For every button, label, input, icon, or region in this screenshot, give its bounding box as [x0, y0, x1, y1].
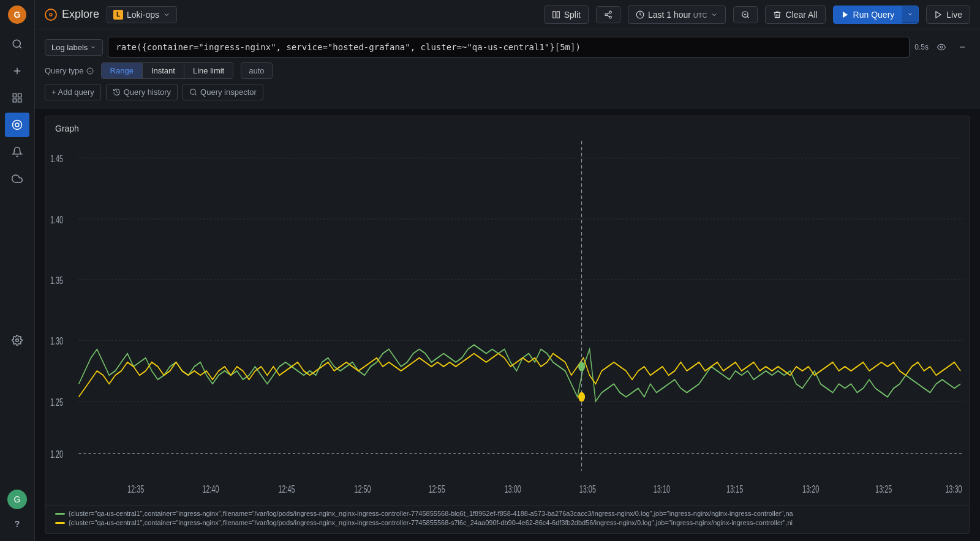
- user-avatar[interactable]: G: [7, 490, 27, 509]
- svg-point-13: [609, 11, 612, 13]
- cursor-point-yellow: [579, 393, 585, 401]
- query-timing: 0.5s: [914, 43, 929, 51]
- time-range-label: Last 1 hour UTC: [648, 10, 707, 20]
- svg-text:13:20: 13:20: [802, 484, 819, 494]
- query-type-row: Query type Range Instant Line limit auto: [45, 62, 970, 79]
- sidebar-item-explore[interactable]: [5, 113, 29, 137]
- main-content: Explore L Loki-ops Split: [35, 0, 980, 541]
- svg-text:13:00: 13:00: [505, 484, 521, 494]
- clock-icon: [636, 10, 644, 19]
- clear-all-button[interactable]: Clear All: [765, 6, 825, 24]
- svg-rect-3: [13, 94, 16, 97]
- svg-marker-18: [843, 11, 848, 18]
- sidebar-item-help[interactable]: ?: [5, 512, 29, 536]
- svg-point-9: [16, 339, 19, 342]
- query-mode-group: Range Instant Line limit: [101, 62, 234, 79]
- query-area: Log labels 0.5s: [35, 29, 980, 108]
- graph-content: .gridline { stroke: #2c2d33; stroke-widt…: [45, 133, 970, 506]
- legend-item-green: {cluster="qa-us-central1",container="ing…: [55, 510, 960, 517]
- sidebar-item-search[interactable]: [5, 32, 29, 56]
- sidebar-item-add[interactable]: [5, 59, 29, 83]
- trash-icon: [773, 10, 782, 19]
- cursor-point-green: [579, 362, 585, 371]
- topnav: Explore L Loki-ops Split: [35, 0, 980, 29]
- svg-point-20: [940, 46, 943, 48]
- svg-marker-19: [936, 11, 941, 18]
- svg-rect-5: [13, 99, 16, 102]
- svg-point-14: [605, 13, 608, 16]
- svg-point-22: [190, 89, 196, 95]
- svg-point-15: [609, 16, 612, 18]
- svg-text:1.45: 1.45: [50, 154, 63, 165]
- run-icon: [841, 10, 850, 19]
- svg-text:13:15: 13:15: [726, 484, 743, 494]
- svg-point-7: [13, 121, 22, 130]
- time-range-button[interactable]: Last 1 hour UTC: [628, 6, 726, 24]
- svg-point-10: [50, 13, 52, 16]
- svg-rect-6: [18, 99, 21, 102]
- svg-text:13:30: 13:30: [945, 484, 962, 494]
- chevron-down-icon-time: [710, 11, 718, 18]
- split-button[interactable]: Split: [544, 6, 589, 24]
- svg-rect-11: [552, 11, 555, 18]
- chevron-down-icon: [163, 11, 170, 18]
- svg-text:12:35: 12:35: [127, 484, 144, 494]
- sidebar-item-settings[interactable]: [5, 328, 29, 353]
- svg-text:1.40: 1.40: [50, 215, 63, 225]
- svg-text:13:25: 13:25: [875, 484, 892, 494]
- query-input[interactable]: [108, 37, 910, 58]
- svg-point-2: [13, 40, 20, 47]
- svg-text:12:40: 12:40: [202, 484, 219, 494]
- run-query-caret[interactable]: [902, 6, 918, 23]
- series-green: [79, 345, 961, 401]
- query-remove-button[interactable]: [954, 40, 970, 54]
- svg-text:G: G: [14, 10, 21, 20]
- datasource-picker[interactable]: L Loki-ops: [107, 6, 177, 23]
- run-query-button-group: Run Query: [833, 6, 919, 24]
- sidebar-item-alerts[interactable]: [5, 140, 29, 164]
- graph-svg: .gridline { stroke: #2c2d33; stroke-widt…: [45, 141, 970, 506]
- page-title: Explore: [45, 8, 99, 21]
- svg-text:1.25: 1.25: [50, 397, 63, 408]
- datasource-name: Loki-ops: [127, 10, 159, 20]
- caret-down-icon: [907, 11, 913, 17]
- split-icon: [552, 10, 560, 19]
- grafana-logo[interactable]: G: [7, 5, 27, 24]
- auto-badge: auto: [241, 62, 272, 79]
- minus-icon: [958, 43, 967, 51]
- run-query-button[interactable]: Run Query: [834, 6, 902, 23]
- add-query-button[interactable]: + Add query: [45, 84, 101, 100]
- query-mode-range[interactable]: Range: [102, 63, 143, 78]
- sidebar-item-dashboards[interactable]: [5, 86, 29, 110]
- live-button[interactable]: Live: [926, 6, 970, 24]
- query-type-label: Query type: [45, 66, 94, 75]
- sidebar-item-cloud[interactable]: [5, 166, 29, 191]
- svg-text:13:05: 13:05: [579, 484, 596, 494]
- query-mode-line-limit[interactable]: Line limit: [184, 63, 233, 78]
- play-icon: [934, 10, 943, 19]
- query-mode-instant[interactable]: Instant: [143, 63, 184, 78]
- sidebar: G: [0, 0, 35, 541]
- share-button[interactable]: [596, 6, 620, 23]
- svg-text:12:55: 12:55: [428, 484, 445, 494]
- share-icon: [604, 10, 612, 19]
- datasource-icon: L: [113, 10, 123, 20]
- explore-icon: [45, 9, 57, 21]
- svg-text:12:50: 12:50: [354, 484, 371, 494]
- utc-label: UTC: [693, 12, 707, 19]
- zoom-icon: [741, 10, 750, 19]
- query-inspect-eye-button[interactable]: [933, 40, 949, 54]
- inspector-icon: [189, 88, 197, 96]
- svg-text:1.35: 1.35: [50, 275, 63, 286]
- legend-item-yellow: {cluster="qa-us-central1",container="ing…: [55, 519, 960, 526]
- svg-text:13:10: 13:10: [654, 484, 670, 494]
- info-icon: [86, 67, 94, 75]
- log-labels-button[interactable]: Log labels: [45, 39, 103, 56]
- graph-panel: Graph .gridline { stroke: #2c2d33; strok…: [45, 116, 970, 534]
- query-history-button[interactable]: Query history: [106, 84, 178, 100]
- zoom-button[interactable]: [733, 6, 758, 23]
- query-inspector-button[interactable]: Query inspector: [183, 84, 263, 100]
- history-icon: [113, 88, 121, 96]
- series-yellow: [79, 354, 961, 397]
- legend-area: {cluster="qa-us-central1",container="ing…: [45, 506, 970, 533]
